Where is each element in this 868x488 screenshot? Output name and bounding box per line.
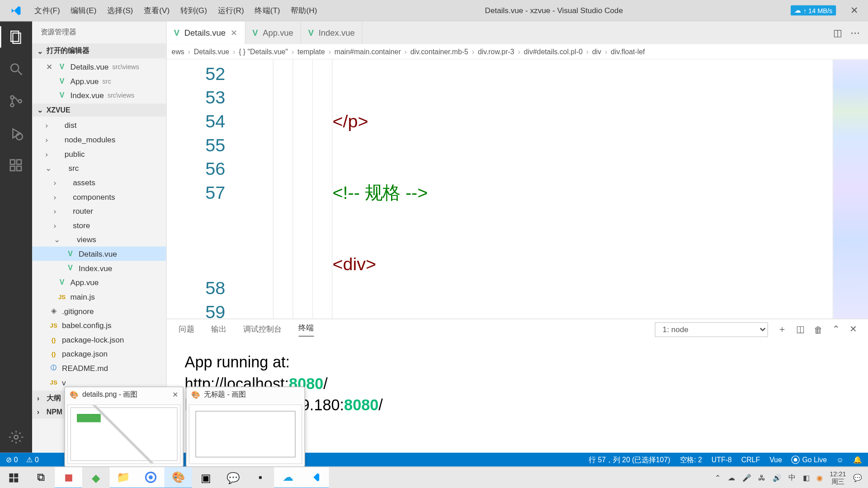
taskbar-cmd[interactable]: ▪ [247, 467, 274, 488]
tree-item[interactable]: {}package-lock.json [32, 332, 166, 347]
menu-run[interactable]: 运行(R) [218, 5, 244, 16]
svg-rect-12 [17, 160, 21, 164]
kill-terminal-icon[interactable]: 🗑 [814, 324, 823, 334]
menu-go[interactable]: 转到(G) [180, 5, 207, 16]
taskbar-paint[interactable]: 🎨 [165, 467, 192, 488]
tree-item[interactable]: VIndex.vue [32, 261, 166, 275]
status-indent[interactable]: 空格: 2 [680, 455, 702, 465]
menu-terminal[interactable]: 终端(T) [255, 5, 280, 16]
project-section[interactable]: ⌄XZVUE [32, 103, 166, 117]
tree-item[interactable]: ›store [32, 218, 166, 232]
taskbar-app[interactable]: ◆ [82, 467, 110, 488]
split-icon[interactable]: ◫ [833, 27, 842, 38]
terminal-select[interactable]: 1: node [655, 322, 768, 337]
taskbar-wechat[interactable]: 💬 [219, 467, 247, 488]
tree-item[interactable]: JSmain.js [32, 290, 166, 304]
search-icon[interactable] [8, 61, 24, 77]
close-icon[interactable]: ✕ [45, 62, 53, 71]
close-panel-icon[interactable]: ✕ [849, 324, 857, 335]
status-lang[interactable]: Vue [769, 455, 782, 465]
tree-item[interactable]: ⓘREADME.md [32, 361, 166, 375]
panel-tab-output[interactable]: 输出 [211, 324, 226, 335]
tray-cloud-icon[interactable]: ☁ [728, 474, 735, 482]
open-editor-item[interactable]: ✕VDetails.vuesrc\views [32, 60, 166, 74]
taskbar-explorer[interactable]: 📁 [110, 467, 137, 488]
split-terminal-icon[interactable]: ◫ [796, 324, 804, 335]
status-errors[interactable]: ⊘ 0 [6, 455, 18, 464]
status-encoding[interactable]: UTF-8 [712, 455, 732, 465]
open-editor-item[interactable]: VApp.vuesrc [32, 74, 166, 88]
status-golive[interactable]: Go Live [792, 455, 827, 465]
new-terminal-icon[interactable]: ＋ [778, 324, 787, 335]
tree-item[interactable]: ⌄src [32, 161, 166, 175]
status-feedback-icon[interactable]: ☺ [836, 455, 844, 465]
taskbar-app[interactable]: ▣ [192, 467, 219, 488]
tray-ime-icon[interactable]: 中 [788, 473, 796, 483]
tree-item[interactable]: ›components [32, 189, 166, 204]
close-icon[interactable]: ✕ [231, 28, 238, 38]
menu-file[interactable]: 文件(F) [34, 5, 60, 16]
tree-item[interactable]: ›node_modules [32, 132, 166, 147]
taskbar-app[interactable]: ◼ [55, 467, 82, 488]
tree-item[interactable]: VApp.vue [32, 275, 166, 290]
tree-item[interactable]: ›assets [32, 175, 166, 189]
window-close-button[interactable]: ✕ [841, 5, 868, 16]
preview-window-2[interactable]: 🎨无标题 - 画图 [186, 386, 305, 467]
tray-clock[interactable]: 12:21周三 [830, 470, 846, 485]
tab-index[interactable]: VIndex.vue [301, 21, 363, 44]
taskview-icon[interactable]: ⧉ [28, 467, 55, 488]
tray-app-icon[interactable]: ◉ [816, 474, 822, 482]
start-button[interactable] [0, 467, 28, 488]
explorer-icon[interactable] [8, 28, 24, 45]
open-editor-item[interactable]: VIndex.vuesrc\views [32, 88, 166, 103]
status-position[interactable]: 行 57，列 20 (已选择107) [589, 455, 670, 465]
tree-item[interactable]: ›router [32, 204, 166, 218]
svg-rect-11 [17, 166, 21, 171]
minimap[interactable] [832, 60, 868, 319]
preview-window-1[interactable]: 🎨details.png - 画图✕ [64, 386, 184, 467]
menu-select[interactable]: 选择(S) [107, 5, 133, 16]
menu-help[interactable]: 帮助(H) [291, 5, 317, 16]
tree-item[interactable]: ›public [32, 146, 166, 161]
tree-item[interactable]: ›dist [32, 118, 166, 132]
more-icon[interactable]: ⋯ [850, 27, 860, 38]
open-editors-section[interactable]: ⌄打开的编辑器 [32, 43, 166, 58]
tree-item[interactable]: {}package.json [32, 347, 166, 361]
status-warnings[interactable]: ⚠ 0 [26, 455, 39, 464]
tray-net-icon[interactable]: 🖧 [758, 474, 765, 482]
tree-item[interactable]: ⌄views [32, 232, 166, 247]
panel-tab-problems[interactable]: 问题 [179, 324, 194, 335]
debug-icon[interactable] [8, 125, 24, 142]
settings-icon[interactable] [8, 429, 24, 446]
taskbar-app[interactable]: ☁ [274, 467, 302, 488]
breadcrumb[interactable]: ews›Details.vue›{ } "Details.vue"›templa… [167, 44, 868, 60]
menu-edit[interactable]: 编辑(E) [71, 5, 96, 16]
code-editor[interactable]: </p> <!-- 规格 --> <div> <div class="float… [237, 60, 833, 319]
titlebar: 文件(F) 编辑(E) 选择(S) 查看(V) 转到(G) 运行(R) 终端(T… [0, 0, 868, 21]
scm-icon[interactable] [8, 93, 24, 110]
status-bell-icon[interactable]: 🔔 [853, 455, 862, 465]
upload-badge: ☁↑ 14 MB/s [791, 5, 836, 15]
tray-mic-icon[interactable]: 🎤 [742, 474, 751, 482]
tray-vol-icon[interactable]: 🔊 [773, 474, 782, 482]
tab-details[interactable]: VDetails.vue✕ [167, 21, 245, 44]
panel-tab-terminal[interactable]: 终端 [298, 323, 314, 336]
maximize-panel-icon[interactable]: ⌃ [832, 324, 840, 335]
tree-item[interactable]: JSbabel.config.js [32, 318, 166, 333]
extensions-icon[interactable] [8, 157, 24, 174]
tray-chevron-icon[interactable]: ⌃ [715, 474, 721, 482]
tray-app-icon[interactable]: ◧ [803, 474, 809, 482]
svg-rect-16 [9, 478, 13, 482]
menu-view[interactable]: 查看(V) [144, 5, 170, 16]
taskbar-preview: 🎨details.png - 画图✕ 🎨无标题 - 画图 [64, 386, 305, 467]
tab-app[interactable]: VApp.vue [245, 21, 302, 44]
close-icon[interactable]: ✕ [172, 390, 178, 399]
svg-line-3 [18, 71, 22, 75]
tree-item[interactable]: ◈.gitignore [32, 304, 166, 318]
status-eol[interactable]: CRLF [741, 455, 760, 465]
taskbar-chrome[interactable] [137, 467, 165, 488]
taskbar-vscode[interactable] [302, 467, 329, 488]
tray-notif-icon[interactable]: 💬 [853, 474, 862, 482]
tree-item[interactable]: VDetails.vue [32, 247, 166, 261]
panel-tab-debug[interactable]: 调试控制台 [243, 324, 282, 335]
